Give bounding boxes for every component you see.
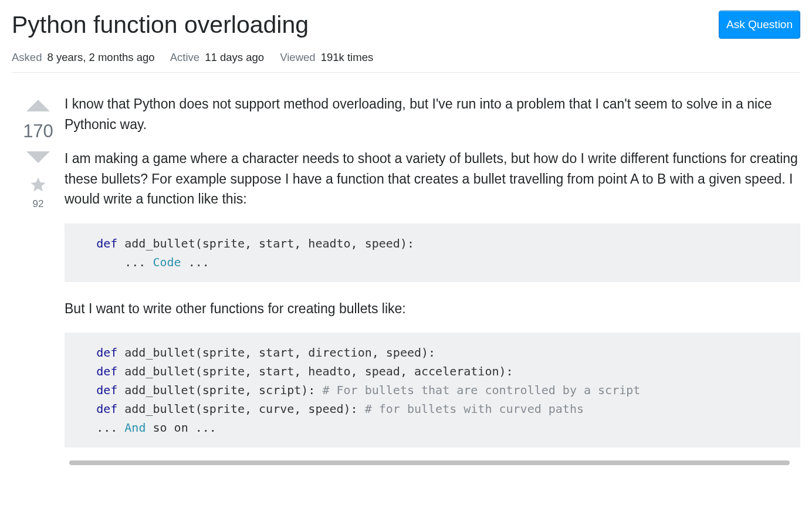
ask-question-button[interactable]: Ask Question	[719, 11, 800, 39]
asked-label: Asked	[12, 51, 42, 63]
question-page: Python function overloading Ask Question…	[0, 0, 812, 465]
header-divider	[12, 72, 800, 73]
upvote-button[interactable]	[24, 95, 52, 114]
chevron-down-icon	[24, 149, 52, 168]
active-value[interactable]: 11 days ago	[205, 51, 264, 63]
horizontal-scrollbar[interactable]	[65, 460, 800, 465]
paragraph: But I want to write other functions for …	[65, 299, 800, 319]
viewed-value: 191k times	[321, 51, 373, 63]
asked-value: 8 years, 2 months ago	[48, 51, 155, 63]
post-layout: 170 92 I know that Python does not suppo…	[12, 94, 800, 465]
downvote-button[interactable]	[24, 149, 52, 168]
vote-cell: 170 92	[12, 94, 65, 465]
post-body: I know that Python does not support meth…	[65, 94, 800, 465]
favorite-count: 92	[33, 198, 44, 210]
question-title: Python function overloading	[12, 9, 309, 40]
vote-count: 170	[23, 121, 53, 142]
paragraph: I am making a game where a character nee…	[65, 148, 800, 209]
favorite-button[interactable]	[29, 176, 47, 194]
code-block: def add_bullet(sprite, start, headto, sp…	[65, 223, 800, 282]
scrollbar-thumb[interactable]	[69, 460, 790, 465]
question-header: Python function overloading Ask Question	[12, 9, 800, 45]
star-icon	[29, 176, 47, 194]
viewed-label: Viewed	[280, 51, 315, 63]
paragraph: I know that Python does not support meth…	[65, 94, 800, 134]
active-label: Active	[170, 51, 199, 63]
chevron-up-icon	[24, 95, 52, 114]
code-block: def add_bullet(sprite, start, direction,…	[65, 333, 800, 448]
question-meta: Asked 8 years, 2 months ago Active 11 da…	[12, 51, 800, 64]
